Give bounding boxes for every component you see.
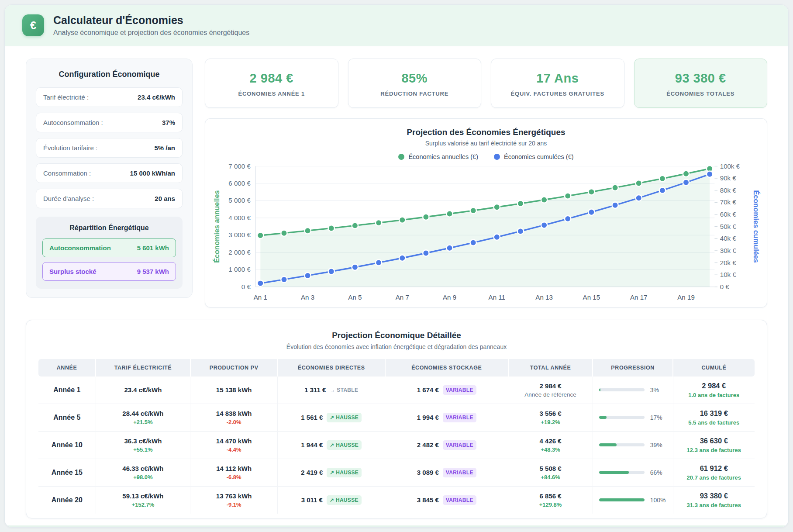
year-label: Année 1 [41, 386, 93, 394]
svg-text:An 9: An 9 [443, 294, 456, 301]
annual-data-point[interactable] [376, 220, 382, 226]
config-fields: Tarif électricité : 23.4 c€/kWh Autocons… [36, 87, 183, 208]
projection-table: ANNÉETARIF ÉLECTRICITÉPRODUCTION PVÉCONO… [38, 359, 755, 514]
left-axis-title: Économies annuelles [213, 190, 221, 263]
header-text: Calculateur d'Économies Analyse économiq… [53, 14, 249, 37]
column-header-1: TARIF ÉLECTRICITÉ [96, 359, 190, 377]
tarif-value: 28.44 c€/kWh [99, 410, 187, 417]
svg-text:5 000 €: 5 000 € [228, 197, 251, 204]
stat-label: ÉQUIV. FACTURES GRATUITES [495, 90, 621, 97]
trend-badge: ↗ HAUSSE [327, 495, 362, 505]
cumulative-data-point[interactable] [399, 255, 405, 261]
cumulative-data-point[interactable] [541, 222, 547, 228]
cumulative-data-point[interactable] [281, 276, 287, 283]
repartition-item-1: Surplus stocké 9 537 kWh [42, 262, 176, 281]
progress-label: 100% [650, 497, 667, 504]
repartition-panel: Répartition Énergétique Autoconsommation… [36, 217, 183, 289]
config-field-2[interactable]: Évolution tarifaire : 5% /an [36, 138, 183, 158]
annual-data-point[interactable] [446, 211, 452, 217]
repartition-item-value: 5 601 kWh [137, 244, 169, 252]
table-body: Année 1 23.4 c€/kWh 15 138 kWh 1 311 €→ … [38, 377, 755, 514]
directes-value: 1 311 € [304, 386, 326, 394]
chart-title: Projection des Économies Énergétiques [211, 128, 761, 137]
legend-item-1[interactable]: Économies cumulées (€) [494, 153, 574, 160]
repartition-item-label: Autoconsommation [49, 244, 111, 252]
page-title: Calculateur d'Économies [53, 14, 249, 27]
annual-data-point[interactable] [494, 204, 500, 210]
cumulative-data-point[interactable] [304, 273, 310, 279]
annual-data-point[interactable] [683, 171, 689, 177]
trend-badge: ↗ HAUSSE [327, 468, 362, 477]
table-row-1: Année 5 28.44 c€/kWh+21.5% 14 838 kWh-2.… [38, 404, 755, 431]
cumulative-data-point[interactable] [659, 187, 665, 193]
variable-badge: VARIABLE [443, 413, 476, 422]
annual-data-point[interactable] [565, 193, 571, 199]
svg-text:An 15: An 15 [583, 294, 600, 301]
config-field-1[interactable]: Autoconsommation : 37% [36, 113, 183, 132]
svg-text:80k €: 80k € [720, 187, 737, 194]
annual-data-point[interactable] [281, 230, 287, 236]
annual-data-point[interactable] [517, 200, 524, 207]
year-label: Année 5 [41, 414, 93, 421]
cumulative-data-point[interactable] [683, 180, 689, 186]
annual-data-point[interactable] [352, 222, 358, 228]
annual-data-point[interactable] [423, 214, 429, 220]
stat-label: RÉDUCTION FACTURE [352, 90, 478, 97]
config-field-value: 20 ans [155, 195, 175, 202]
annual-data-point[interactable] [612, 184, 618, 190]
cumulative-data-point[interactable] [707, 171, 713, 177]
progress-bar [599, 471, 645, 474]
cumulative-data-point[interactable] [565, 216, 571, 222]
annual-data-point[interactable] [541, 197, 547, 203]
total-sub: Année de référence [511, 391, 590, 398]
config-title: Configuration Économique [36, 70, 183, 79]
legend-label: Économies annuelles (€) [408, 153, 478, 160]
trend-badge: ↗ HAUSSE [327, 440, 362, 450]
config-field-4[interactable]: Durée d'analyse : 20 ans [36, 189, 183, 208]
annual-data-point[interactable] [328, 225, 334, 231]
cumulative-data-point[interactable] [352, 264, 358, 270]
config-field-value: 15 000 kWh/an [130, 169, 175, 177]
config-field-3[interactable]: Consommation : 15 000 kWh/an [36, 163, 183, 183]
annual-data-point[interactable] [588, 189, 594, 195]
cumulative-data-point[interactable] [494, 234, 500, 240]
trend-arrow-icon: ↗ [330, 415, 334, 421]
annual-data-point[interactable] [257, 232, 263, 238]
cumulative-data-point[interactable] [588, 209, 594, 215]
cumulative-data-point[interactable] [423, 250, 429, 256]
progress-label: 17% [650, 414, 667, 421]
directes-value: 3 011 € [301, 496, 323, 504]
total-sub: +19.2% [511, 419, 590, 425]
cumule-value: 36 630 € [676, 437, 752, 445]
stat-value: 17 Ans [495, 71, 621, 86]
annual-data-point[interactable] [399, 217, 405, 223]
directes-value: 2 419 € [301, 469, 323, 476]
config-field-0[interactable]: Tarif électricité : 23.4 c€/kWh [36, 87, 183, 107]
legend-item-0[interactable]: Économies annuelles (€) [398, 153, 478, 160]
svg-text:0 €: 0 € [241, 283, 251, 290]
tarif-delta: +152.7% [99, 501, 187, 508]
cumulative-data-point[interactable] [612, 202, 618, 208]
cumulative-data-point[interactable] [470, 239, 476, 245]
annual-data-point[interactable] [636, 180, 642, 186]
cumulative-data-point[interactable] [376, 259, 382, 266]
production-delta: -4.4% [193, 446, 275, 453]
cumulative-data-point[interactable] [257, 280, 263, 286]
cumulative-data-point[interactable] [328, 268, 334, 274]
annual-data-point[interactable] [470, 207, 476, 214]
annual-data-point[interactable] [304, 228, 310, 234]
variable-badge: VARIABLE [443, 385, 476, 395]
repartition-item-0: Autoconsommation 5 601 kWh [42, 238, 176, 257]
footer-accent-bar [5, 525, 788, 528]
cumulative-data-point[interactable] [446, 245, 452, 251]
svg-text:30k €: 30k € [720, 247, 737, 254]
annual-data-point[interactable] [659, 176, 665, 182]
right-axis-title: Économies cumulées [752, 190, 760, 263]
cumulative-data-point[interactable] [636, 195, 642, 201]
svg-text:50k €: 50k € [720, 223, 737, 230]
cumule-sub: 12.3 ans de factures [676, 447, 752, 453]
repartition-item-value: 9 537 kWh [137, 268, 169, 275]
progress-fill [599, 416, 607, 419]
cumulative-data-point[interactable] [517, 228, 524, 234]
cumule-value: 16 319 € [676, 409, 752, 418]
